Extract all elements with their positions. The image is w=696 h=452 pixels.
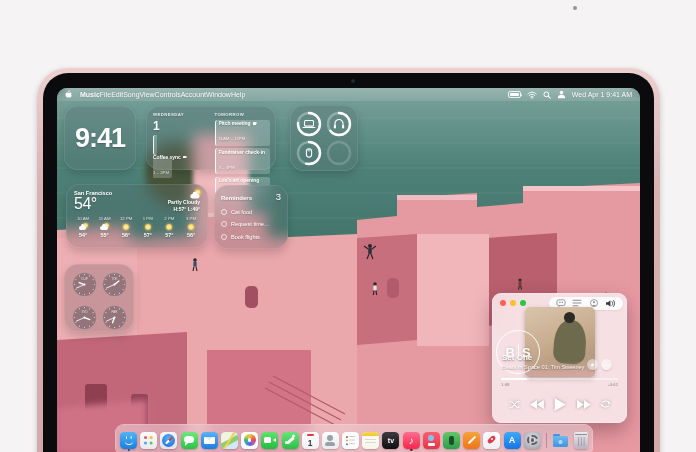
weather-hour: 1 PM57° bbox=[139, 216, 157, 238]
weather-hour-temp: 56° bbox=[122, 232, 130, 238]
clock-widget[interactable]: 9:41 bbox=[64, 106, 136, 170]
reminder-item[interactable]: Cat food bbox=[221, 209, 281, 215]
menu-item-account[interactable]: Account bbox=[181, 91, 206, 98]
contacts-icon[interactable] bbox=[322, 432, 339, 449]
reminder-checkbox[interactable] bbox=[221, 234, 227, 240]
elapsed-time: 1:08 bbox=[501, 382, 510, 387]
tv-icon[interactable] bbox=[382, 432, 399, 449]
remaining-time: -4:02 bbox=[608, 382, 618, 387]
reminder-label: Book flights bbox=[231, 234, 260, 240]
trash-icon[interactable] bbox=[574, 432, 588, 449]
calendar-event-time: 11AM – 12PM bbox=[219, 136, 246, 141]
calendar-event-time: 3 – 4PM bbox=[219, 165, 235, 170]
clock-widget-time: 9:41 bbox=[75, 123, 125, 154]
volume-icon[interactable] bbox=[605, 299, 616, 308]
reminder-item[interactable]: Book flights bbox=[221, 234, 281, 240]
settings-icon[interactable] bbox=[524, 432, 541, 449]
appstore-icon[interactable] bbox=[504, 432, 521, 449]
play-icon[interactable] bbox=[553, 397, 567, 412]
phone-icon[interactable] bbox=[282, 432, 299, 449]
menu-item-music[interactable]: Music bbox=[80, 91, 100, 98]
reminder-label: Cat food bbox=[231, 209, 252, 215]
launchpad-icon[interactable] bbox=[140, 432, 157, 449]
calendar-event[interactable]: Fundraiser check-in3 – 4PM bbox=[215, 148, 271, 174]
world-clock-widget[interactable]: CUPTOKSYDPAR bbox=[64, 264, 134, 332]
weather-right: Partly Cloudy H:57° L:49° bbox=[168, 190, 200, 212]
svg-text:TOK: TOK bbox=[111, 277, 117, 281]
safari-icon[interactable] bbox=[160, 432, 177, 449]
mail-icon[interactable] bbox=[201, 432, 218, 449]
reminder-checkbox[interactable] bbox=[221, 221, 227, 227]
sunny-icon bbox=[122, 223, 131, 231]
weather-hour-label: 3 PM bbox=[186, 216, 196, 221]
menu-item-help[interactable]: Help bbox=[231, 91, 245, 98]
more-button[interactable]: ••• bbox=[601, 359, 612, 370]
weather-hour-label: 2 PM bbox=[164, 216, 174, 221]
green-app-icon[interactable] bbox=[443, 432, 460, 449]
reminder-item[interactable]: Request time… bbox=[221, 221, 281, 227]
laptop-icon bbox=[303, 121, 315, 128]
music-icon[interactable] bbox=[403, 432, 420, 449]
reminders-widget[interactable]: Reminders 3 Cat foodRequest time…Book fl… bbox=[214, 185, 288, 249]
pink-app-icon[interactable] bbox=[423, 432, 440, 449]
shuffle-icon[interactable] bbox=[509, 400, 520, 409]
favorite-button[interactable]: ★ bbox=[587, 359, 598, 370]
calendar-icon[interactable]: 1 bbox=[302, 432, 319, 449]
calendar-today-label: WEDNESDAY bbox=[153, 112, 209, 117]
calendar-event[interactable]: Pitch meeting11AM – 12PM bbox=[215, 120, 271, 146]
weather-hour-label: 10 AM bbox=[77, 216, 89, 221]
search-icon[interactable] bbox=[543, 91, 551, 99]
weather-hour-temp: 57° bbox=[144, 232, 152, 238]
notes-icon[interactable] bbox=[362, 432, 379, 449]
next-icon[interactable] bbox=[576, 399, 591, 410]
battery-rings bbox=[295, 110, 353, 166]
menu-item-edit[interactable]: Edit bbox=[111, 91, 123, 98]
menu-item-view[interactable]: View bbox=[140, 91, 155, 98]
calendar-widget[interactable]: WEDNESDAY 1 Coffee sync1 – 2PM TOMORROW … bbox=[146, 106, 276, 170]
reminders-icon[interactable] bbox=[342, 432, 359, 449]
mouse-icon bbox=[306, 149, 311, 157]
svg-text:PAR: PAR bbox=[111, 310, 118, 314]
sunny-icon bbox=[186, 223, 195, 231]
facetime-icon[interactable] bbox=[261, 432, 278, 449]
reminders-title: Reminders bbox=[221, 195, 252, 201]
previous-icon[interactable] bbox=[529, 399, 544, 410]
downloads-icon[interactable] bbox=[552, 432, 569, 449]
menubar-datetime[interactable]: Wed Apr 1 9:41 AM bbox=[572, 91, 632, 98]
photos-icon[interactable] bbox=[241, 432, 258, 449]
weather-hour: 10 AM54° bbox=[74, 216, 92, 238]
world-clock-syd: SYD bbox=[71, 303, 98, 334]
orange-app-icon[interactable] bbox=[463, 432, 480, 449]
battery-icon[interactable] bbox=[508, 91, 521, 98]
repeat-icon[interactable] bbox=[600, 399, 611, 409]
menu-item-file[interactable]: File bbox=[100, 91, 111, 98]
menu-item-window[interactable]: Window bbox=[206, 91, 231, 98]
messages-icon[interactable] bbox=[181, 432, 198, 449]
partly-cloudy-icon bbox=[100, 223, 109, 231]
rocket-app-icon[interactable] bbox=[483, 432, 500, 449]
minimize-button[interactable] bbox=[510, 300, 516, 306]
weather-condition: Partly Cloudy bbox=[168, 199, 200, 205]
front-camera bbox=[351, 79, 355, 83]
user-switch-icon[interactable] bbox=[557, 90, 566, 99]
progress-bar[interactable] bbox=[501, 378, 618, 380]
music-mini-player[interactable]: B S Set One Beats In Space 01: Tim Sween… bbox=[492, 293, 627, 423]
maps-icon[interactable] bbox=[221, 432, 238, 449]
calendar-event[interactable]: Coffee sync1 – 2PM bbox=[153, 135, 209, 178]
weather-condition-icon bbox=[190, 189, 200, 198]
weather-hour: 11 AM55° bbox=[96, 216, 114, 238]
reminder-checkbox[interactable] bbox=[221, 209, 227, 215]
empty-ring bbox=[328, 142, 350, 164]
calendar-event-title: Coffee sync bbox=[153, 155, 209, 160]
queue-icon[interactable] bbox=[572, 299, 582, 307]
close-button[interactable] bbox=[500, 300, 506, 306]
finder-icon[interactable] bbox=[120, 432, 137, 449]
weather-widget[interactable]: San Francisco 54° Partly Cloudy H:57° L:… bbox=[66, 184, 208, 248]
batteries-widget[interactable] bbox=[290, 105, 358, 171]
apple-menu-icon[interactable] bbox=[65, 90, 72, 99]
menu-item-controls[interactable]: Controls bbox=[155, 91, 181, 98]
wifi-icon[interactable] bbox=[527, 91, 537, 99]
menu-item-song[interactable]: Song bbox=[123, 91, 139, 98]
zoom-button[interactable] bbox=[520, 300, 526, 306]
dock-divider bbox=[546, 433, 547, 448]
